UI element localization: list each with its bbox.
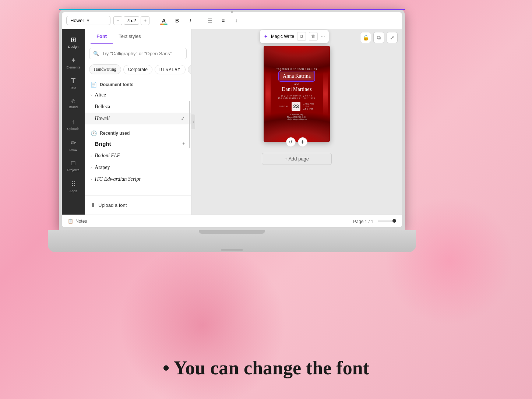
card-date-num: 23 (292, 102, 300, 111)
card-month-section: JANUARY 2026 AT 7 PM (303, 103, 314, 110)
font-name-alice: Alice (95, 92, 185, 98)
font-panel: Font Text styles 🔍 Handwriting Corporate… (85, 29, 191, 215)
design-icon: ⊞ (71, 36, 76, 44)
slider-track (378, 220, 396, 222)
list-button[interactable]: ≡ (218, 15, 228, 26)
font-item-arapey[interactable]: › Arapey (85, 162, 191, 173)
document-icon: 📄 (91, 82, 97, 88)
rotate-tool[interactable]: ↺ (286, 137, 296, 147)
tab-font[interactable]: Font (91, 29, 113, 44)
card-name2: Dani Martinez (282, 86, 311, 92)
expand-alice-icon: › (91, 93, 92, 97)
card-year: 2026 (303, 105, 309, 107)
popup-delete-button[interactable]: 🗑 (309, 32, 318, 41)
sidebar-item-label-brand: Brand (69, 105, 78, 109)
zoom-slider[interactable] (378, 220, 396, 222)
wedding-card[interactable]: Together with their families Anna Katrin… (264, 46, 330, 142)
font-search-input[interactable] (102, 51, 183, 56)
canvas-area: 🔒 ⧉ ⤢ ✦ Magic Wri (191, 29, 402, 215)
add-page-button[interactable]: + Add page (262, 153, 332, 165)
font-item-belleza[interactable]: › Belleza (85, 101, 191, 113)
sidebar-item-projects[interactable]: □ Projects (63, 156, 83, 176)
italic-button[interactable]: I (185, 15, 195, 26)
sidebar-item-apps[interactable]: ⠿ Apps (63, 176, 83, 196)
sidebar-item-label-draw: Draw (69, 148, 77, 152)
font-item-edwardian[interactable]: › ITC Edwardian Script (85, 173, 191, 185)
font-dropdown[interactable]: Howell ▾ (66, 16, 110, 25)
move-tool[interactable]: ✛ (298, 137, 307, 147)
chip-handwriting[interactable]: Handwriting (89, 64, 121, 74)
lock-icon: 🔒 (363, 35, 369, 40)
popup-copy-button[interactable]: ⧉ (297, 32, 306, 41)
sidebar-item-elements[interactable]: ✦ Elements (63, 53, 83, 73)
trackpad (221, 249, 243, 251)
clock-icon: 🕐 (91, 130, 97, 136)
draw-icon: ✏ (71, 139, 76, 147)
decrease-font-size-button[interactable]: − (113, 16, 122, 25)
expand-canvas-button[interactable]: ⤢ (387, 32, 398, 43)
font-name-bodoni: Bodoni FLF (95, 153, 185, 159)
sidebar-item-design[interactable]: ⊞ Design (63, 32, 83, 52)
font-size-control: − + (113, 16, 149, 25)
canvas-top-bar: 🔒 ⧉ ⤢ (360, 32, 398, 43)
card-and-text: and (295, 82, 299, 86)
chip-display[interactable]: DISPLAY (155, 65, 186, 74)
line-spacing-icon: ↕ (235, 18, 238, 23)
increase-font-size-button[interactable]: + (141, 16, 149, 25)
chip-more[interactable]: › (188, 65, 191, 74)
toolbar: Howell ▾ − + A B I (62, 12, 402, 29)
card-month: JANUARY (303, 103, 314, 105)
font-item-howell[interactable]: › Howell ✓ (85, 113, 191, 124)
notes-icon: 📋 (68, 219, 73, 224)
collapse-handle[interactable]: ‹ (191, 114, 195, 129)
magic-icon: ✦ (264, 33, 268, 39)
magic-write-popup: ✦ Magic Write ⧉ 🗑 ··· (260, 30, 329, 43)
card-day-section: SUNDAY (279, 105, 289, 107)
font-item-bodoni[interactable]: › Bodoni FLF (85, 150, 191, 162)
font-size-input[interactable] (124, 16, 139, 25)
recently-used-label: Recently used (100, 131, 130, 136)
font-name-arapey: Arapey (95, 165, 185, 170)
copy-canvas-button[interactable]: ⧉ (373, 32, 384, 43)
sidebar-item-uploads[interactable]: ↑ Uploads (63, 114, 83, 134)
divider-2 (200, 16, 200, 25)
text-color-button[interactable]: A (159, 15, 169, 26)
lock-button[interactable]: 🔒 (360, 32, 371, 43)
bold-button[interactable]: B (172, 15, 182, 26)
card-venue: City where, city (290, 113, 303, 116)
font-list: 📄 Document fonts › Alice › Belleza (85, 77, 191, 187)
elements-icon: ✦ (71, 56, 76, 64)
page-info-wrapper: Page 1 / 1 (353, 218, 373, 225)
sidebar-item-draw[interactable]: ✏ Draw (63, 135, 83, 155)
card-name-box[interactable]: Anna Katrina (279, 72, 314, 81)
align-button[interactable]: ☰ (205, 15, 215, 26)
sidebar-item-brand[interactable]: © Brand (63, 94, 83, 114)
laptop-base (48, 230, 416, 252)
card-join-text: the celebration of their love (278, 97, 315, 99)
font-item-alice[interactable]: › Alice (85, 89, 191, 101)
popup-more-button[interactable]: ··· (321, 33, 325, 39)
text-icon: T (71, 77, 75, 85)
sidebar-item-label-apps: Apps (70, 189, 77, 193)
align-icon: ☰ (208, 18, 212, 24)
upload-font-button[interactable]: ⬆ Upload a font (91, 200, 185, 210)
slider-thumb (392, 219, 396, 223)
magic-write-label: Magic Write (271, 34, 294, 39)
line-spacing-button[interactable]: ↕ (231, 15, 242, 26)
font-item-bright[interactable]: › Bright ✦ (85, 138, 191, 150)
card-time: AT 7 PM (303, 108, 313, 110)
projects-icon: □ (71, 159, 75, 167)
apps-icon: ⠿ (71, 180, 76, 188)
chip-corporate[interactable]: Corporate (123, 65, 152, 74)
text-color-icon: A (162, 17, 166, 24)
brand-icon: © (71, 99, 75, 104)
card-tagline: Together with their families (276, 68, 317, 70)
color-bar (160, 24, 168, 25)
panel-tabs: Font Text styles (85, 29, 191, 44)
notes-button[interactable]: 📋 Notes (68, 219, 87, 224)
font-name-belleza: Belleza (95, 104, 185, 110)
recently-used-section: 🕐 Recently used (85, 127, 191, 138)
tab-text-styles[interactable]: Text styles (113, 29, 147, 44)
sidebar-item-text[interactable]: T Text (63, 73, 83, 93)
card-content: Together with their families Anna Katrin… (264, 46, 330, 142)
